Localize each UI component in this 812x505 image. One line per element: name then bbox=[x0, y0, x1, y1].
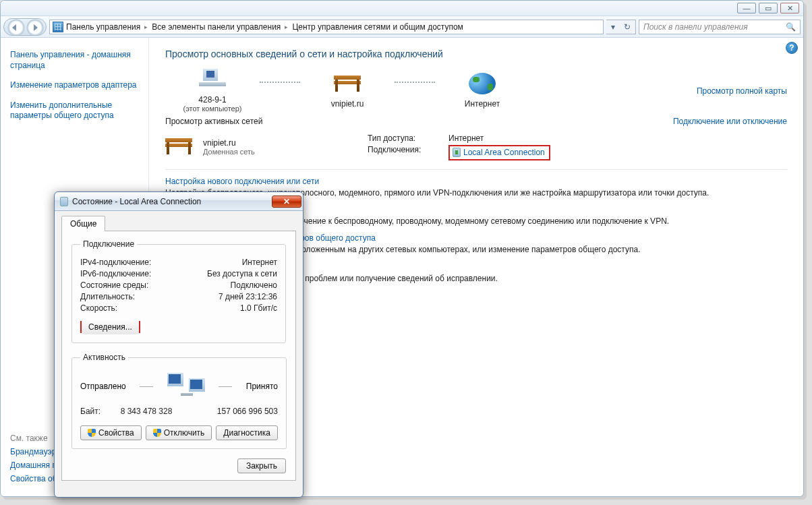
sidebar-adapter-settings[interactable]: Изменение параметров адаптера bbox=[10, 80, 139, 91]
maximize-button[interactable]: ▭ bbox=[759, 3, 778, 13]
connection-name: Local Area Connection bbox=[463, 148, 545, 157]
details-button-label: Сведения... bbox=[82, 320, 139, 334]
diagnose-button[interactable]: Диагностика bbox=[216, 425, 278, 440]
search-icon: 🔍 bbox=[786, 22, 796, 32]
close-dialog-button[interactable]: Закрыть bbox=[237, 458, 286, 473]
breadcrumb[interactable]: Панель управления ▸ Все элементы панели … bbox=[49, 20, 604, 34]
close-button[interactable]: ✕ bbox=[780, 3, 799, 13]
received-label: Принято bbox=[246, 382, 278, 391]
bytes-received-value: 157 066 996 503 bbox=[197, 407, 278, 416]
computer-icon bbox=[199, 69, 226, 90]
map-link-line bbox=[260, 82, 300, 83]
nic-icon bbox=[60, 197, 68, 206]
activity-line bbox=[219, 386, 232, 387]
pc-name: 428-9-1 bbox=[165, 95, 260, 105]
bytes-sent-value: 8 343 478 328 bbox=[105, 407, 172, 416]
map-node-this-pc: 428-9-1 (этот компьютер) bbox=[165, 69, 260, 113]
page-title: Просмотр основных сведений о сети и наст… bbox=[165, 49, 787, 59]
globe-icon bbox=[469, 73, 496, 94]
network-name: vnipiet.ru bbox=[300, 99, 395, 109]
address-bar: Панель управления ▸ Все элементы панели … bbox=[1, 16, 803, 38]
shield-icon bbox=[153, 429, 161, 437]
activity-line bbox=[140, 386, 153, 387]
active-network-type: Доменная сеть bbox=[203, 148, 255, 156]
address-dropdown-icon[interactable]: ▾ bbox=[611, 22, 615, 32]
connect-disconnect-link[interactable]: Подключение или отключение bbox=[673, 117, 787, 126]
nic-icon bbox=[453, 148, 461, 157]
group-connection: Подключение IPv4-подключение:Интернет IP… bbox=[71, 239, 286, 343]
crumb-control-panel[interactable]: Панель управления bbox=[66, 22, 140, 32]
disable-label: Отключить bbox=[164, 428, 205, 438]
ipv6-label: IPv6-подключение: bbox=[80, 269, 151, 278]
tab-pane-general: Подключение IPv4-подключение:Интернет IP… bbox=[61, 231, 296, 481]
network-icon bbox=[165, 136, 195, 158]
access-value: Интернет bbox=[448, 133, 484, 143]
speed-label: Скорость: bbox=[80, 303, 117, 313]
group-activity-label: Активность bbox=[80, 353, 128, 362]
active-networks-label: Просмотр активных сетей bbox=[165, 117, 262, 126]
properties-button[interactable]: Свойства bbox=[80, 425, 142, 440]
media-state-label: Состояние среды: bbox=[80, 280, 148, 290]
dialog-title: Состояние - Local Area Connection bbox=[72, 197, 272, 206]
ipv4-value: Интернет bbox=[242, 258, 277, 267]
connection-link-highlighted[interactable]: Local Area Connection bbox=[448, 145, 550, 160]
map-node-internet: Интернет bbox=[435, 73, 529, 109]
internet-label: Интернет bbox=[435, 99, 529, 109]
search-placeholder: Поиск в панели управления bbox=[643, 22, 748, 32]
refresh-icon[interactable]: ↻ bbox=[624, 22, 631, 32]
shield-icon bbox=[88, 429, 96, 437]
sent-label: Отправлено bbox=[80, 382, 126, 391]
divider bbox=[165, 169, 787, 170]
disable-button[interactable]: Отключить bbox=[146, 425, 212, 440]
dialog-titlebar[interactable]: Состояние - Local Area Connection ✕ bbox=[55, 192, 303, 211]
sidebar-home-link[interactable]: Панель управления - домашняя страница bbox=[10, 50, 139, 71]
chevron-right-icon: ▸ bbox=[144, 24, 148, 30]
control-panel-icon bbox=[53, 22, 63, 32]
duration-label: Длительность: bbox=[80, 292, 135, 301]
group-connection-label: Подключение bbox=[80, 239, 137, 249]
map-node-network: vnipiet.ru bbox=[300, 73, 395, 109]
connections-label: Подключения: bbox=[368, 145, 448, 160]
task-head-new-connection[interactable]: Настройка нового подключения или сети bbox=[165, 177, 787, 186]
help-icon[interactable]: ? bbox=[786, 42, 798, 54]
activity-computers-icon bbox=[167, 373, 205, 400]
dialog-tabs: Общие bbox=[61, 215, 296, 231]
active-network-name: vnipiet.ru bbox=[203, 138, 255, 148]
nav-back-forward[interactable] bbox=[3, 18, 47, 36]
properties-label: Свойства bbox=[98, 428, 134, 438]
address-tools: ▾ ↻ bbox=[606, 20, 636, 34]
window-titlebar: — ▭ ✕ bbox=[1, 1, 803, 16]
group-activity: Активность Отправлено Принято Байт: 8 34… bbox=[71, 353, 287, 449]
bytes-label: Байт: bbox=[80, 407, 100, 416]
ipv4-label: IPv4-подключение: bbox=[80, 258, 151, 267]
crumb-all-items[interactable]: Все элементы панели управления bbox=[152, 22, 281, 32]
network-map: 428-9-1 (этот компьютер) vnipiet.ru Инте… bbox=[165, 69, 787, 113]
crumb-network-center[interactable]: Центр управления сетями и общим доступом bbox=[292, 22, 463, 32]
chevron-right-icon: ▸ bbox=[285, 24, 288, 30]
speed-value: 1.0 Гбит/с bbox=[240, 303, 277, 313]
sidebar-sharing-settings[interactable]: Изменить дополнительные параметры общего… bbox=[10, 100, 139, 121]
connection-status-dialog: Состояние - Local Area Connection ✕ Общи… bbox=[54, 191, 303, 498]
dialog-close-button[interactable]: ✕ bbox=[272, 196, 301, 208]
search-input[interactable]: Поиск в панели управления 🔍 bbox=[639, 20, 801, 34]
active-network-row: vnipiet.ru Доменная сеть Тип доступа: Ин… bbox=[165, 131, 787, 162]
map-link-line bbox=[395, 82, 435, 83]
minimize-button[interactable]: — bbox=[737, 3, 756, 13]
ipv6-value: Без доступа к сети bbox=[207, 269, 277, 278]
tab-general[interactable]: Общие bbox=[61, 216, 105, 231]
view-full-map-link[interactable]: Просмотр полной карты bbox=[697, 86, 787, 96]
details-button-highlighted[interactable]: Сведения... bbox=[80, 321, 140, 333]
duration-value: 7 дней 23:12:36 bbox=[219, 292, 277, 301]
media-state-value: Подключено bbox=[231, 280, 277, 290]
see-also-label: См. также bbox=[10, 434, 48, 443]
network-icon bbox=[334, 73, 361, 94]
pc-sub: (этот компьютер) bbox=[165, 105, 260, 113]
access-label: Тип доступа: bbox=[368, 133, 448, 143]
